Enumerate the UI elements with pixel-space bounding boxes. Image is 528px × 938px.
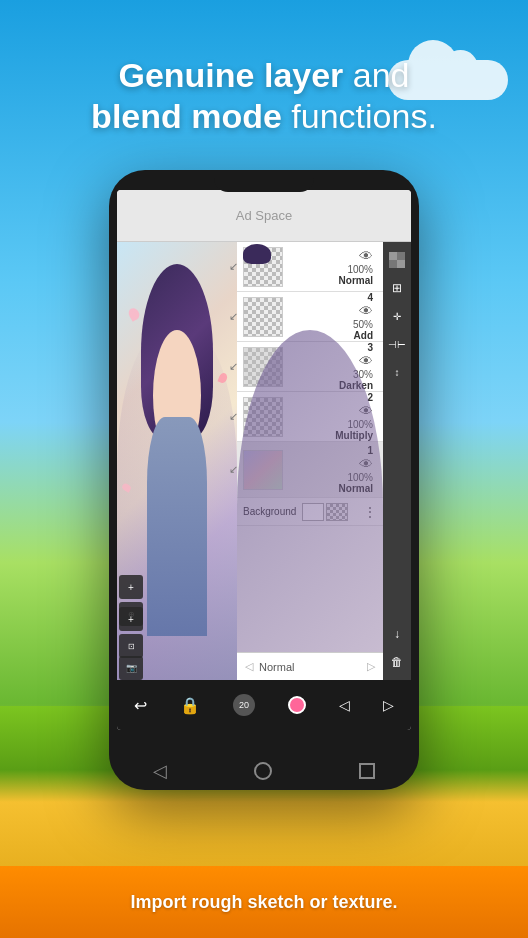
add-layer-button-2[interactable]: + bbox=[119, 607, 143, 631]
layer-panel: ↙ 👁 100% Normal ↙ 4 👁 50% bbox=[237, 242, 383, 680]
layer-number: 4 bbox=[287, 292, 373, 303]
phone-screen: Ad Space bbox=[117, 190, 411, 730]
layer-visibility-icon[interactable]: 👁 bbox=[287, 303, 373, 319]
layer-collapse-icon: ↙ bbox=[229, 260, 238, 273]
ad-space: Ad Space bbox=[117, 190, 411, 242]
lock-icon: 🔒 bbox=[180, 696, 200, 715]
add-layer-button[interactable]: + bbox=[119, 575, 143, 599]
nav-arrow-right[interactable]: ▷ bbox=[383, 697, 394, 713]
camera-button[interactable]: 📷 bbox=[119, 656, 143, 680]
undo-button[interactable]: ↩ bbox=[134, 696, 147, 715]
layer-opacity-value: 100% bbox=[287, 264, 373, 275]
bottom-banner: Import rough sketch or texture. bbox=[0, 866, 528, 938]
checkerboard-icon[interactable] bbox=[385, 248, 409, 272]
header-section: Genuine layer and blend mode functions. bbox=[0, 55, 528, 137]
move-down-icon[interactable]: ↕ bbox=[385, 360, 409, 384]
header-line2-bold: blend mode bbox=[91, 97, 282, 135]
blend-mode-label: Normal bbox=[259, 661, 294, 673]
layer-collapse-icon: ↙ bbox=[229, 463, 238, 476]
layer-opacity-value: 50% bbox=[287, 319, 373, 330]
phone-nav-bar: ↩ 🔒 20 ◁ ▷ bbox=[117, 680, 411, 730]
right-toolbar: ⊞ ✛ ⊣⊢ ↕ ↓ 🗑 bbox=[383, 242, 411, 680]
blend-arrow-left-icon: ◁ bbox=[245, 660, 253, 673]
home-nav-button[interactable] bbox=[254, 762, 272, 780]
layer-thumbnail bbox=[243, 450, 283, 490]
layer-info: 👁 100% Normal bbox=[283, 248, 377, 286]
svg-rect-2 bbox=[397, 252, 405, 260]
blend-arrow-right-icon: ▷ bbox=[367, 660, 375, 673]
flip-icon[interactable]: ⊣⊢ bbox=[385, 332, 409, 356]
svg-rect-0 bbox=[389, 252, 397, 260]
layer-item-selected[interactable]: ↙ 1 👁 100% Normal bbox=[237, 442, 383, 498]
transform-icon[interactable]: ✛ bbox=[385, 304, 409, 328]
layer-count-badge: 20 bbox=[233, 694, 255, 716]
layer-visibility-icon[interactable]: 👁 bbox=[287, 248, 373, 264]
svg-rect-3 bbox=[389, 260, 397, 268]
layer-collapse-icon: ↙ bbox=[229, 410, 238, 423]
layer-blend-mode: Normal bbox=[287, 275, 373, 286]
ad-space-label: Ad Space bbox=[236, 208, 292, 223]
canvas-area[interactable]: + ⊕ + ⊡ 📷 ↙ 👁 bbox=[117, 242, 411, 680]
color-picker-dot[interactable] bbox=[288, 696, 306, 714]
delete-icon[interactable]: 🗑 bbox=[385, 650, 409, 674]
layer-collapse-icon: ↙ bbox=[229, 310, 238, 323]
drawing-canvas: + ⊕ + ⊡ 📷 bbox=[117, 242, 237, 680]
phone-home-bar: ◁ bbox=[109, 760, 419, 782]
merge-layer-button-2[interactable]: ⊡ bbox=[119, 634, 143, 658]
bottom-banner-text: Import rough sketch or texture. bbox=[130, 892, 397, 913]
header-line2-normal: functions. bbox=[282, 97, 437, 135]
phone-notch bbox=[214, 170, 314, 192]
layer-thumbnail bbox=[243, 297, 283, 337]
header-line1-bold: Genuine layer bbox=[118, 56, 343, 94]
header-line1-normal: and bbox=[343, 56, 409, 94]
recents-nav-button[interactable] bbox=[359, 763, 375, 779]
phone-frame: Ad Space bbox=[109, 170, 419, 790]
back-nav-button[interactable]: ◁ bbox=[153, 760, 167, 782]
copy-layer-icon[interactable]: ⊞ bbox=[385, 276, 409, 300]
download-icon[interactable]: ↓ bbox=[385, 622, 409, 646]
layer-collapse-icon: ↙ bbox=[229, 360, 238, 373]
svg-rect-1 bbox=[397, 260, 405, 268]
nav-arrow-left[interactable]: ◁ bbox=[339, 697, 350, 713]
blend-mode-bar[interactable]: ◁ Normal ▷ bbox=[237, 652, 383, 680]
